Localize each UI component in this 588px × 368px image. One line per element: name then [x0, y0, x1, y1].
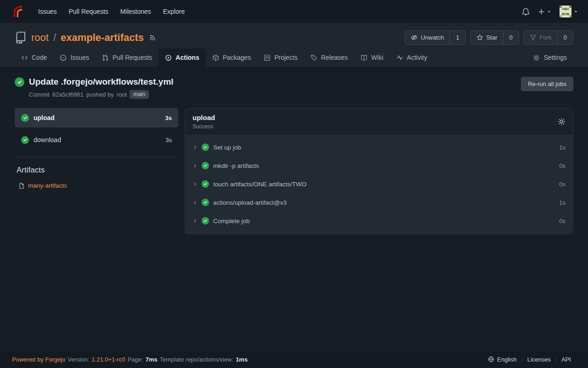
avatar	[560, 6, 571, 17]
job-item-download[interactable]: download 3s	[15, 130, 178, 150]
eye-slash-icon	[411, 34, 418, 41]
api-link[interactable]: API	[556, 356, 576, 363]
artifact-link-many-artifacts[interactable]: many-artifacts	[18, 182, 178, 189]
nav-item-issues[interactable]: Issues	[32, 4, 62, 19]
star-label: Star	[486, 34, 498, 41]
package-icon	[212, 54, 219, 61]
success-check-icon	[202, 199, 209, 206]
tab-activity[interactable]: Activity	[390, 48, 434, 67]
star-button[interactable]: Star 0	[470, 30, 519, 45]
tab-actions[interactable]: Actions	[158, 48, 205, 67]
issue-icon	[60, 54, 67, 61]
success-check-icon	[202, 144, 209, 151]
powered-by-forgejo-link[interactable]: Powered by Forgejo	[12, 356, 65, 363]
step-label: Set up job	[213, 144, 241, 151]
pulse-icon	[396, 54, 403, 61]
pull-request-icon	[102, 54, 109, 61]
version-link[interactable]: 1.21.0+1-rc0	[91, 356, 125, 363]
licenses-link[interactable]: Licenses	[522, 356, 556, 363]
success-check-icon	[15, 77, 24, 87]
repo-icon	[15, 32, 27, 44]
nav-item-explore[interactable]: Explore	[157, 4, 191, 19]
repo-separator: /	[53, 32, 56, 44]
rss-icon[interactable]	[149, 34, 156, 41]
project-board-icon	[264, 54, 271, 61]
step-label: touch artifacts/ONE artifacts/TWO	[213, 181, 306, 188]
repo-owner-link[interactable]: root	[31, 32, 49, 44]
tab-pull-requests[interactable]: Pull Requests	[96, 48, 158, 67]
commit-sha[interactable]: 82a5cf6961	[52, 91, 84, 98]
repo-title-row: root / example-artifacts	[15, 30, 573, 45]
success-check-icon	[202, 162, 209, 169]
run-title-row: Update .forgejo/workflows/test.yml	[15, 77, 174, 87]
tab-settings[interactable]: Settings	[526, 48, 573, 67]
star-icon	[476, 34, 483, 41]
step-row-upload-artifact[interactable]: actions/upload-artifact@v3 1s	[185, 193, 573, 212]
tab-label: Settings	[543, 54, 567, 61]
chevron-right-icon	[192, 218, 198, 224]
star-count[interactable]: 0	[503, 31, 519, 44]
tab-label: Packages	[223, 54, 251, 61]
job-item-upload[interactable]: upload 3s	[15, 108, 178, 127]
rerun-all-jobs-button[interactable]: Re-run all jobs	[521, 77, 573, 91]
tab-code[interactable]: Code	[15, 48, 53, 67]
job-duration: 3s	[165, 115, 172, 121]
divider	[16, 157, 177, 157]
nav-item-pull-requests[interactable]: Pull Requests	[62, 4, 114, 19]
book-icon	[361, 54, 368, 61]
success-check-icon	[21, 136, 29, 144]
success-check-icon	[202, 180, 209, 188]
job-detail-header: upload Success	[185, 109, 573, 135]
artifact-name: many-artifacts	[28, 182, 67, 189]
tab-releases[interactable]: Releases	[304, 48, 354, 67]
language-label: English	[497, 356, 517, 363]
chevron-right-icon	[192, 182, 198, 187]
fork-count[interactable]: 0	[557, 31, 573, 44]
create-new-dropdown[interactable]	[538, 8, 551, 15]
tab-issues[interactable]: Issues	[53, 48, 95, 67]
branch-badge[interactable]: main	[130, 90, 149, 99]
gear-icon	[533, 54, 540, 61]
tab-packages[interactable]: Packages	[206, 48, 257, 67]
footer: Powered by Forgejo Version: 1.21.0+1-rc0…	[0, 351, 588, 368]
actions-run-view: Update .forgejo/workflows/test.yml Commi…	[0, 67, 588, 351]
nav-item-milestones[interactable]: Milestones	[114, 4, 157, 19]
chevron-down-icon	[574, 10, 578, 14]
tab-label: Wiki	[371, 54, 383, 61]
code-icon	[21, 54, 28, 61]
user-menu-dropdown[interactable]	[560, 6, 578, 17]
chevron-right-icon	[192, 200, 198, 205]
job-detail-title-block: upload Success	[192, 114, 215, 130]
step-row-touch[interactable]: touch artifacts/ONE artifacts/TWO 0s	[185, 175, 573, 193]
unwatch-button[interactable]: Unwatch 1	[405, 30, 466, 45]
forgejo-actions-page: Issues Pull Requests Milestones Explore	[0, 0, 588, 368]
repo-name-link[interactable]: example-artifacts	[61, 32, 144, 44]
step-row-complete-job[interactable]: Complete job 0s	[185, 212, 573, 230]
step-duration: 0s	[559, 162, 565, 169]
step-duration: 1s	[559, 199, 565, 206]
repo-action-buttons: Unwatch 1 Star 0	[405, 30, 573, 45]
notifications-bell-icon[interactable]	[522, 8, 530, 16]
chevron-down-icon	[547, 10, 551, 14]
job-duration: 3s	[165, 137, 172, 144]
play-circle-icon	[165, 54, 172, 61]
artifacts-heading: Artifacts	[17, 166, 178, 175]
job-options-gear-icon[interactable]	[558, 118, 565, 126]
commit-author[interactable]: root	[117, 91, 127, 98]
tab-projects[interactable]: Projects	[257, 48, 304, 67]
step-row-setup-job[interactable]: Set up job 1s	[185, 138, 573, 156]
top-navbar: Issues Pull Requests Milestones Explore	[0, 0, 588, 23]
watch-count[interactable]: 1	[449, 31, 465, 44]
navbar-right	[522, 6, 578, 17]
forgejo-logo-icon[interactable]	[10, 5, 24, 18]
repo-header: root / example-artifacts	[0, 23, 588, 67]
step-row-mkdir[interactable]: mkdir -p artifacts 0s	[185, 156, 573, 175]
language-selector[interactable]: English	[483, 356, 522, 363]
version-label: Version:	[68, 356, 89, 363]
job-detail-panel: upload Success Set up job 1s	[185, 108, 573, 234]
tag-icon	[311, 54, 317, 61]
job-name: download	[34, 136, 61, 144]
step-duration: 0s	[559, 218, 565, 224]
fork-button[interactable]: Fork 0	[524, 30, 573, 45]
tab-wiki[interactable]: Wiki	[354, 48, 390, 67]
